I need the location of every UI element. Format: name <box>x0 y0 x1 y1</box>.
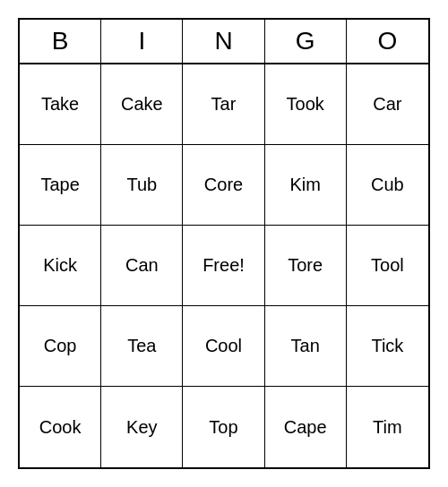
header-letter: B <box>20 20 101 63</box>
bingo-cell: Tub <box>101 145 183 226</box>
bingo-cell: Car <box>347 64 428 145</box>
bingo-cell: Cool <box>183 306 264 387</box>
bingo-card: BINGO TakeCakeTarTookCarTapeTubCoreKimCu… <box>18 18 430 469</box>
bingo-cell: Tea <box>101 306 183 387</box>
bingo-cell: Cook <box>20 387 101 467</box>
header-letter: G <box>265 20 347 63</box>
header-letter: I <box>101 20 183 63</box>
bingo-cell: Tick <box>347 306 428 387</box>
bingo-grid: TakeCakeTarTookCarTapeTubCoreKimCubKickC… <box>20 64 428 467</box>
bingo-cell: Tore <box>265 226 347 306</box>
bingo-cell: Free! <box>183 226 264 306</box>
bingo-cell: Take <box>20 64 101 145</box>
bingo-cell: Top <box>183 387 264 467</box>
header-letter: O <box>347 20 428 63</box>
bingo-header: BINGO <box>20 20 428 64</box>
bingo-cell: Cub <box>347 145 428 226</box>
bingo-cell: Kick <box>20 226 101 306</box>
bingo-cell: Can <box>101 226 183 306</box>
bingo-cell: Tape <box>20 145 101 226</box>
bingo-cell: Core <box>183 145 264 226</box>
bingo-cell: Took <box>265 64 347 145</box>
bingo-cell: Tan <box>265 306 347 387</box>
header-letter: N <box>183 20 264 63</box>
bingo-cell: Tar <box>183 64 264 145</box>
bingo-cell: Cop <box>20 306 101 387</box>
bingo-cell: Tool <box>347 226 428 306</box>
bingo-cell: Kim <box>265 145 347 226</box>
bingo-cell: Key <box>101 387 183 467</box>
bingo-cell: Cape <box>265 387 347 467</box>
bingo-cell: Cake <box>101 64 183 145</box>
bingo-cell: Tim <box>347 387 428 467</box>
